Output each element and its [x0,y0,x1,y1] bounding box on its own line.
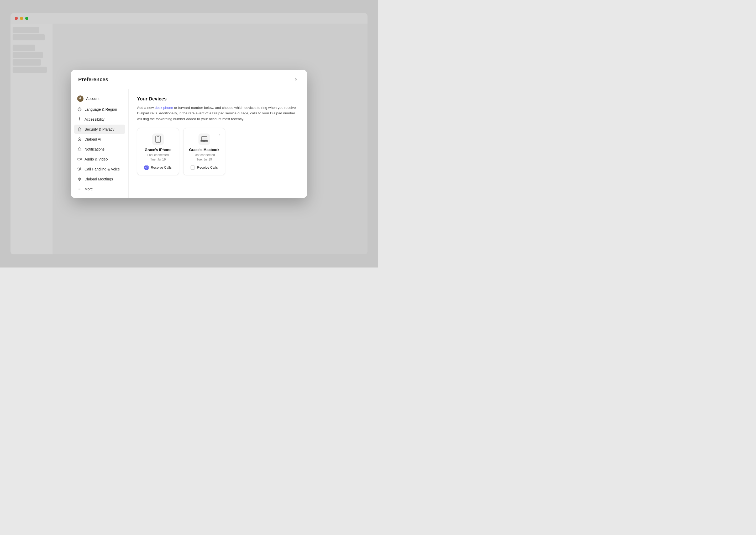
lock-icon [77,127,82,132]
desk-phone-link[interactable]: desk phone [155,106,173,110]
svg-point-14 [79,178,80,180]
iphone-last-connected: Last connected Tue, Jul 19 [147,153,168,162]
macbook-receive-calls-row: Receive Calls [191,165,218,170]
sidebar-label-call-handling: Call Handling & Voice [84,167,120,171]
iphone-receive-calls-row: Receive Calls [144,165,171,170]
ai-icon [77,137,82,142]
sidebar-label-account: Account [86,97,100,101]
sidebar-item-security[interactable]: Security & Privacy [74,125,125,134]
iphone-receive-calls-checkbox[interactable] [144,165,149,170]
iphone-device-name: Grace's iPhone [145,148,171,152]
language-icon [77,107,82,112]
close-button[interactable]: × [292,76,300,83]
devices-list: ⋮ Grace's iPhone Last connected Tue, Jul [137,128,299,175]
svg-point-4 [79,118,80,118]
device-macbook-menu-button[interactable]: ⋮ [216,131,222,138]
macbook-device-icon [198,133,210,145]
sidebar-item-dialpad-ai[interactable]: Dialpad Ai [74,134,125,144]
sidebar-label-notifications: Notifications [84,147,105,151]
preferences-nav: G Account Language & Region [71,89,129,198]
macbook-device-name: Grace's Macbook [189,148,219,152]
svg-point-17 [78,188,79,189]
sidebar-label-dialpad-ai: Dialpad Ai [84,137,101,141]
svg-rect-12 [78,158,80,160]
sidebar-label-security: Security & Privacy [84,127,114,131]
macbook-receive-calls-checkbox[interactable] [191,165,195,170]
sidebar-item-accessibility[interactable]: Accessibility [74,115,125,124]
svg-rect-24 [201,139,207,139]
svg-point-13 [78,178,80,180]
user-avatar: G [77,96,83,102]
macbook-receive-calls-label: Receive Calls [197,165,218,169]
accessibility-icon [77,117,82,122]
sidebar-label-language: Language & Region [84,107,117,111]
sidebar-item-language[interactable]: Language & Region [74,105,125,114]
modal-title: Preferences [78,76,108,83]
svg-point-22 [158,142,158,142]
camera-icon [77,157,82,161]
bell-icon [77,147,82,152]
iphone-device-icon [152,133,164,145]
svg-rect-23 [201,137,207,141]
modal-header: Preferences × [71,70,307,89]
svg-point-18 [79,188,80,189]
preferences-modal: Preferences × G Account [71,70,307,198]
more-icon [77,187,82,191]
sidebar-label-accessibility: Accessibility [84,117,105,122]
content-title: Your Devices [137,96,299,102]
iphone-receive-calls-label: Receive Calls [151,165,171,169]
svg-point-10 [79,129,80,130]
svg-line-8 [79,120,80,121]
phone-icon [77,167,82,172]
sidebar-label-more: More [84,187,93,191]
sidebar-item-account[interactable]: G Account [74,93,125,104]
svg-point-11 [78,138,81,141]
sidebar-item-call-handling[interactable]: Call Handling & Voice [74,164,125,174]
sidebar-item-notifications[interactable]: Notifications [74,145,125,154]
svg-point-1 [79,107,80,111]
sidebar-label-audio-video: Audio & Video [84,157,107,161]
macbook-last-connected: Last connected Tue, Jul 19 [194,153,215,162]
sidebar-item-audio-video[interactable]: Audio & Video [74,155,125,164]
sidebar-label-meetings: Dialpad Meetings [84,177,113,181]
device-card-iphone: ⋮ Grace's iPhone Last connected Tue, Jul [137,128,179,175]
content-area: Your Devices Add a new desk phone or for… [129,89,307,198]
device-iphone-menu-button[interactable]: ⋮ [170,131,176,138]
content-description: Add a new desk phone or forward number b… [137,105,299,122]
svg-point-19 [80,188,81,189]
device-card-macbook: ⋮ Grace's Macbook Last connected [183,128,225,175]
sidebar-item-more[interactable]: More [74,184,125,194]
modal-overlay: Preferences × G Account [0,0,378,268]
webcam-icon [77,177,82,182]
svg-point-0 [78,107,81,111]
sidebar-item-meetings[interactable]: Dialpad Meetings [74,174,125,184]
modal-body: G Account Language & Region [71,89,307,198]
